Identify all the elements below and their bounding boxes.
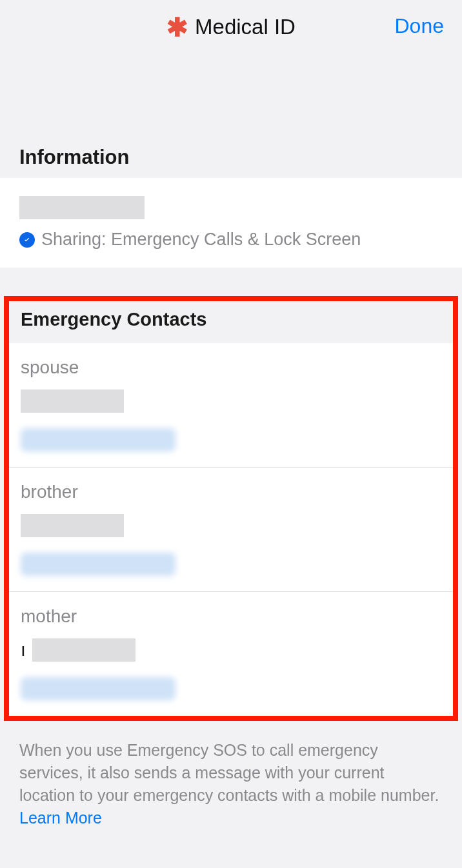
redacted-contact-name — [21, 390, 124, 413]
marker-icon: ı — [21, 641, 26, 659]
header-title-wrap: ✱ Medical ID — [166, 14, 296, 40]
done-button[interactable]: Done — [395, 14, 445, 38]
sharing-status-text: Sharing: Emergency Calls & Lock Screen — [41, 230, 361, 250]
redacted-contact-name-wrap: ı — [21, 638, 441, 662]
contact-relation: spouse — [21, 357, 441, 378]
redacted-contact-phone — [21, 428, 176, 451]
header-bar: ✱ Medical ID Done — [0, 0, 462, 54]
redacted-contact-phone — [21, 553, 176, 576]
contact-relation: brother — [21, 482, 441, 502]
redacted-contact-phone — [21, 677, 176, 700]
emergency-contacts-section-header: Emergency Contacts — [9, 301, 453, 343]
check-circle-icon — [19, 232, 35, 248]
redacted-name — [19, 196, 145, 219]
spacer — [0, 268, 462, 296]
contact-row[interactable]: mother ı — [9, 592, 453, 716]
information-section-header: Information — [0, 137, 462, 178]
footer-description: When you use Emergency SOS to call emerg… — [0, 721, 462, 829]
emergency-contacts-highlight: Emergency Contacts spouse brother mother… — [4, 296, 458, 721]
page-title: Medical ID — [195, 15, 296, 39]
contact-row[interactable]: spouse — [9, 343, 453, 468]
sharing-row: Sharing: Emergency Calls & Lock Screen — [19, 230, 443, 250]
redacted-contact-name — [21, 514, 124, 537]
footer-text: When you use Emergency SOS to call emerg… — [19, 741, 439, 804]
redacted-contact-name — [32, 638, 136, 662]
learn-more-link[interactable]: Learn More — [19, 809, 102, 827]
spacer — [0, 54, 462, 137]
contact-row[interactable]: brother — [9, 468, 453, 592]
medical-asterisk-icon: ✱ — [166, 14, 188, 40]
contact-relation: mother — [21, 606, 441, 627]
information-card: Sharing: Emergency Calls & Lock Screen — [0, 178, 462, 268]
